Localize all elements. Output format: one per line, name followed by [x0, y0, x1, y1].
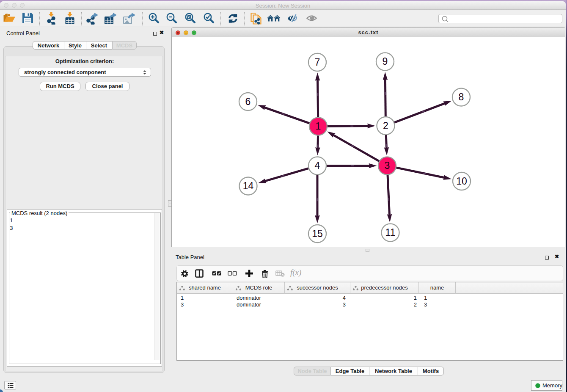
svg-text:15: 15	[312, 228, 323, 239]
svg-text:11: 11	[385, 227, 396, 238]
svg-text:9: 9	[383, 56, 388, 67]
svg-text:1: 1	[316, 121, 321, 132]
svg-text:8: 8	[459, 91, 464, 102]
svg-text:6: 6	[245, 96, 251, 107]
svg-text:2: 2	[383, 120, 388, 131]
svg-text:10: 10	[456, 176, 467, 187]
svg-text:4: 4	[315, 160, 320, 171]
svg-text:3: 3	[385, 160, 390, 171]
svg-text:7: 7	[315, 57, 320, 68]
svg-text:14: 14	[243, 180, 254, 191]
